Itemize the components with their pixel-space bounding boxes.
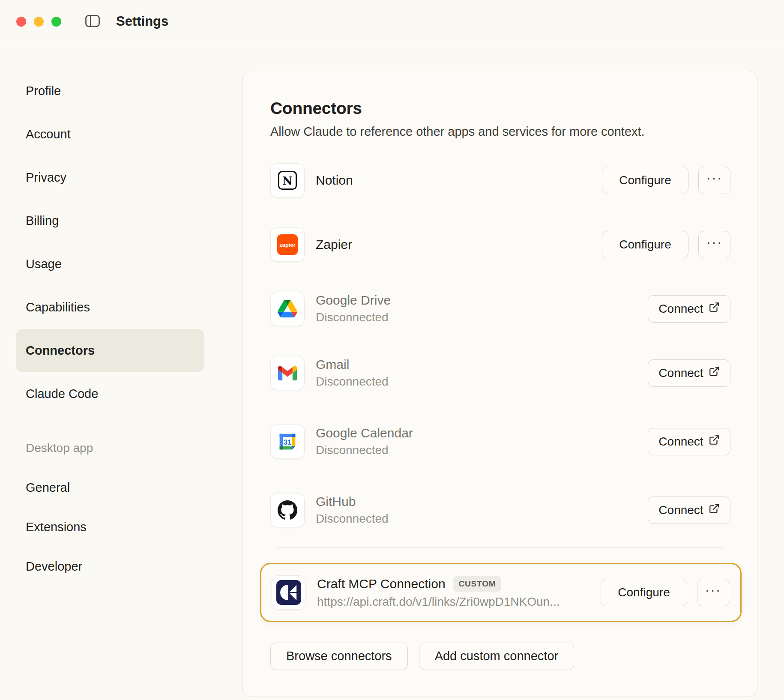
connector-name: GitHub [316,494,389,509]
configure-button[interactable]: Configure [601,579,687,606]
connect-button[interactable]: Connect [648,497,730,524]
connector-name: Google Calendar [316,426,413,440]
sidebar-item-billing[interactable]: Billing [16,199,204,242]
connect-label: Connect [658,366,703,380]
sidebar-item-general[interactable]: General [16,468,204,507]
sidebar-item-privacy[interactable]: Privacy [16,156,204,199]
zoom-button[interactable] [51,17,61,27]
ellipsis-icon: ··· [706,170,723,186]
connector-status: Disconnected [316,375,389,389]
sidebar-item-developer[interactable]: Developer [16,547,204,586]
connector-name: Gmail [316,357,389,372]
external-link-icon [709,366,720,380]
github-icon [270,493,305,527]
svg-text:zapier: zapier [279,242,296,248]
more-options-button[interactable]: ··· [697,579,729,606]
connector-status: Disconnected [316,311,391,324]
connector-row-notion: N Notion Configure ··· [270,163,730,197]
more-options-button[interactable]: ··· [698,231,730,258]
sidebar-item-connectors[interactable]: Connectors [16,329,204,372]
custom-badge: CUSTOM [453,576,502,592]
connector-row-zapier: zapier Zapier Configure ··· [270,227,730,262]
configure-button[interactable]: Configure [602,231,688,258]
connector-row-gmail: Gmail Disconnected Connect [270,356,730,390]
gmail-icon [270,356,305,390]
sidebar-item-usage[interactable]: Usage [16,242,204,286]
connector-status: Disconnected [316,512,389,526]
connector-row-github: GitHub Disconnected Connect [270,493,730,527]
configure-button[interactable]: Configure [602,167,688,194]
notion-icon: N [270,163,305,197]
zapier-icon: zapier [270,227,305,262]
connector-url: https://api.craft.do/v1/links/Zri0wpD1NK… [317,595,560,609]
connect-label: Connect [658,435,703,449]
sidebar-section-desktop-app: Desktop app [16,428,242,468]
svg-text:31: 31 [284,439,291,446]
connector-status: Disconnected [316,443,413,457]
external-link-icon [709,302,720,316]
page-title: Connectors [270,99,730,118]
connect-button[interactable]: Connect [648,359,730,387]
connector-row-google-calendar: 31 Google Calendar Disconnected Connect [270,425,730,459]
external-link-icon [709,434,720,449]
connector-name: Zapier [316,237,352,252]
connector-name: Craft MCP Connection [317,577,446,591]
google-drive-icon [270,292,305,326]
ellipsis-icon: ··· [705,582,721,598]
page-subtitle: Allow Claude to reference other apps and… [270,124,730,140]
connectors-panel: Connectors Allow Claude to reference oth… [242,71,757,697]
minimize-button[interactable] [34,17,44,27]
settings-sidebar: Profile Account Privacy Billing Usage Ca… [0,43,242,586]
traffic-lights [16,17,61,27]
connectors-footer: Browse connectors Add custom connector [270,643,730,670]
sidebar-item-capabilities[interactable]: Capabilities [16,286,204,329]
sidebar-toggle-icon [85,15,100,28]
connector-name: Notion [316,173,353,188]
connector-list: N Notion Configure ··· zapier Zapier [270,163,730,622]
svg-text:N: N [282,174,293,187]
sidebar-item-profile[interactable]: Profile [16,69,204,113]
external-link-icon [709,503,720,517]
browse-connectors-button[interactable]: Browse connectors [270,643,408,670]
connect-label: Connect [658,302,703,316]
sidebar-toggle-button[interactable] [85,15,100,28]
more-options-button[interactable]: ··· [698,167,730,194]
connector-name: Google Drive [316,293,391,308]
connect-button[interactable]: Connect [648,295,730,323]
connector-row-craft-mcp: Craft MCP Connection CUSTOM https://api.… [260,563,742,622]
close-button[interactable] [16,17,26,27]
titlebar: Settings [0,0,784,43]
connect-label: Connect [658,503,703,517]
sidebar-item-account[interactable]: Account [16,113,204,156]
ellipsis-icon: ··· [706,234,723,250]
connector-list-divider [277,547,724,548]
google-calendar-icon: 31 [270,425,305,459]
connector-row-google-drive: Google Drive Disconnected Connect [270,292,730,326]
sidebar-item-claude-code[interactable]: Claude Code [16,372,204,416]
add-custom-connector-button[interactable]: Add custom connector [419,643,575,670]
craft-icon [272,575,306,610]
window-title: Settings [116,14,168,29]
connect-button[interactable]: Connect [648,428,730,455]
sidebar-item-extensions[interactable]: Extensions [16,507,204,547]
